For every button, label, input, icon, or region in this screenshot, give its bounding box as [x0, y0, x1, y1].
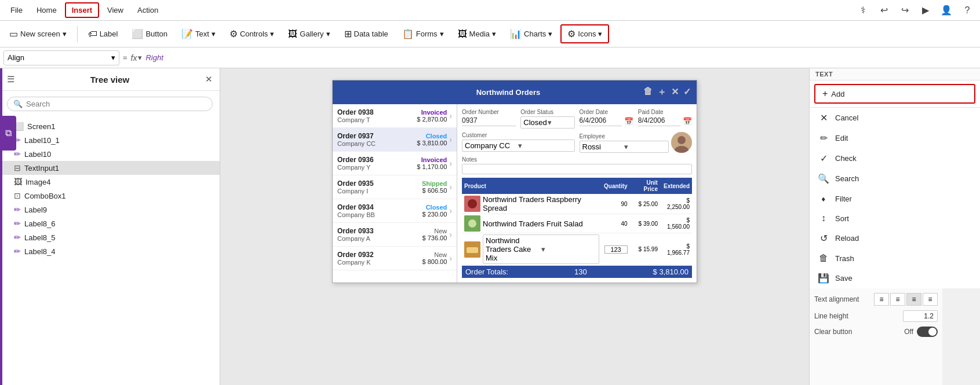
- forms-button[interactable]: 📋 Forms ▾: [396, 25, 450, 42]
- icon-menu-check[interactable]: ✓ Check: [810, 148, 980, 168]
- tree-item-textinput1[interactable]: ⊟ TextInput1: [0, 161, 220, 175]
- properties-panel: Text alignment ≡ ≡ ≡ ≡ Line height 1.2 C…: [809, 288, 942, 385]
- calendar-icon[interactable]: 📅: [624, 117, 633, 126]
- chevron-icon: ›: [449, 230, 452, 239]
- tree-item-image4[interactable]: 🖼 Image4: [0, 175, 220, 189]
- order-item-0935[interactable]: Order 0935 Company I Shipped $ 606.50 ›: [333, 175, 457, 199]
- sidebar-title: Tree view: [90, 75, 130, 85]
- layers-icon-tab[interactable]: ⧉: [0, 116, 16, 151]
- detail-row-2: Customer Company CC ▾ Employee Rossi: [462, 132, 692, 153]
- order-item-0936[interactable]: Order 0936 Company Y Invoiced $ 1,170.00…: [333, 152, 457, 175]
- detail-row-3: Notes: [462, 156, 692, 174]
- sidebar-header: ☰ Tree view ✕: [0, 68, 220, 91]
- table-row[interactable]: Northwind Traders Raspberry Spread 90 $ …: [462, 194, 692, 214]
- play-icon[interactable]: ▶: [917, 2, 934, 19]
- align-right-button[interactable]: ≡: [906, 293, 921, 306]
- tree-item-label8-6[interactable]: ✏ Label8_6: [0, 217, 220, 230]
- user-icon[interactable]: 👤: [938, 2, 955, 19]
- tree-item-label10-1[interactable]: ✏ Label10_1: [0, 133, 220, 147]
- align-justify-button[interactable]: ≡: [923, 293, 938, 306]
- tree-item-screen1[interactable]: ▾ ⬜ Screen1: [0, 119, 220, 133]
- tree-item-label9[interactable]: ✏ Label9: [0, 203, 220, 217]
- check-icon: ✓: [818, 153, 829, 164]
- menu-home[interactable]: Home: [31, 3, 63, 17]
- undo-icon[interactable]: ↩: [876, 2, 892, 19]
- label-button[interactable]: 🏷 Label: [82, 26, 124, 42]
- search-input[interactable]: [26, 100, 206, 108]
- sidebar-close-icon[interactable]: ✕: [205, 74, 213, 85]
- media-button[interactable]: 🖼 Media ▾: [452, 26, 502, 42]
- customer-select[interactable]: Company CC ▾: [462, 140, 575, 152]
- icon-menu-edit[interactable]: ✏ Edit: [810, 128, 980, 148]
- property-select[interactable]: Align ▾: [3, 50, 119, 65]
- order-item-0938[interactable]: Order 0938 Company T Invoiced $ 2,870.00…: [333, 104, 457, 128]
- tree-item-label8-5[interactable]: ✏ Label8_5: [0, 230, 220, 244]
- tree-item-label: Label10: [24, 150, 51, 159]
- qty-input[interactable]: [604, 245, 628, 254]
- sidebar-search[interactable]: 🔍: [7, 97, 213, 111]
- controls-button[interactable]: ⚙ Controls ▾: [224, 25, 280, 42]
- table-row[interactable]: Northwind Traders Fruit Salad 40 $ 39.00…: [462, 214, 692, 233]
- controls-icon: ⚙: [229, 28, 238, 39]
- stethoscope-icon[interactable]: ⚕: [855, 2, 871, 19]
- order-item-0937[interactable]: Order 0937 Company CC Closed $ 3,810.00 …: [333, 128, 457, 152]
- trash-header-icon[interactable]: 🗑: [643, 86, 653, 98]
- order-item-0932[interactable]: Order 0932 Company K New $ 800.00 ›: [333, 247, 457, 270]
- tree-item-combobox1[interactable]: ⊡ ComboBox1: [0, 189, 220, 203]
- icon-menu-save[interactable]: 💾 Save: [810, 268, 980, 288]
- employee-select[interactable]: Rossi ▾: [580, 141, 669, 153]
- data-table-button[interactable]: ⊞ Data table: [338, 25, 394, 42]
- tree-item-label10[interactable]: ✏ Label10: [0, 147, 220, 161]
- tree-item-label8-4[interactable]: ✏ Label8_4: [0, 244, 220, 258]
- svg-point-1: [677, 136, 686, 144]
- redo-icon[interactable]: ↪: [897, 2, 913, 19]
- close-header-icon[interactable]: ✕: [671, 86, 679, 98]
- forms-icon: 📋: [402, 28, 414, 39]
- add-button[interactable]: + Add: [814, 84, 975, 104]
- tree-item-label: Image4: [25, 178, 50, 186]
- icon-menu-search[interactable]: 🔍 Search: [810, 168, 980, 189]
- label-icon: 🏷: [88, 29, 97, 39]
- charts-button[interactable]: 📊 Charts ▾: [504, 25, 558, 42]
- icon-menu-trash[interactable]: 🗑 Trash: [810, 248, 980, 268]
- gallery-icon: 🖼: [288, 29, 297, 39]
- icon-label-cancel: Cancel: [835, 113, 858, 122]
- formula-value: Right: [145, 53, 163, 62]
- tree-item-label: Label9: [24, 206, 47, 214]
- menu-view[interactable]: View: [101, 3, 129, 17]
- menu-action[interactable]: Action: [132, 3, 164, 17]
- check-header-icon[interactable]: ✓: [683, 86, 691, 98]
- table-row[interactable]: Northwind Traders Cake Mix ▾: [462, 233, 692, 266]
- fx-label: fx: [131, 53, 137, 63]
- toggle-knob: [928, 328, 937, 336]
- order-item-0934[interactable]: Order 0934 Company BB Closed $ 230.00 ›: [333, 199, 457, 223]
- textinput-type-icon: ⊟: [14, 163, 21, 173]
- icon-label-sort: Sort: [835, 214, 849, 223]
- gallery-button[interactable]: 🖼 Gallery ▾: [282, 26, 336, 42]
- product-select[interactable]: Northwind Traders Cake Mix ▾: [483, 234, 599, 264]
- icon-label-reload: Reload: [835, 234, 859, 243]
- search-dropdown-icon: 🔍: [818, 173, 829, 184]
- help-icon[interactable]: ?: [959, 2, 975, 19]
- align-left-button[interactable]: ≡: [874, 293, 889, 306]
- icon-menu-sort[interactable]: ↕ Sort: [810, 208, 980, 228]
- icon-menu-reload[interactable]: ↺ Reload: [810, 228, 980, 248]
- new-screen-button[interactable]: ▭ New screen ▾: [3, 25, 72, 42]
- icons-button[interactable]: ⚙ Icons ▾: [560, 24, 609, 43]
- calendar-icon-2[interactable]: 📅: [683, 117, 692, 126]
- add-header-icon[interactable]: ＋: [657, 86, 666, 98]
- clear-button-toggle[interactable]: [917, 327, 938, 337]
- text-button[interactable]: 📝 Text ▾: [176, 25, 221, 42]
- hamburger-icon[interactable]: ☰: [7, 74, 14, 85]
- menu-insert[interactable]: Insert: [65, 2, 99, 18]
- order-status-select[interactable]: Closed ▾: [520, 116, 574, 129]
- menu-file[interactable]: File: [5, 3, 28, 17]
- button-button[interactable]: ⬜ Button: [126, 25, 173, 42]
- icon-menu-filter[interactable]: ⬧ Filter: [810, 189, 980, 208]
- line-height-value[interactable]: 1.2: [903, 310, 938, 322]
- col-product: Product: [462, 178, 602, 194]
- icon-menu-cancel[interactable]: ✕ Cancel: [810, 108, 980, 128]
- align-center-button[interactable]: ≡: [890, 293, 905, 306]
- order-item-0933[interactable]: Order 0933 Company A New $ 736.00 ›: [333, 223, 457, 247]
- notes-input[interactable]: [462, 164, 692, 174]
